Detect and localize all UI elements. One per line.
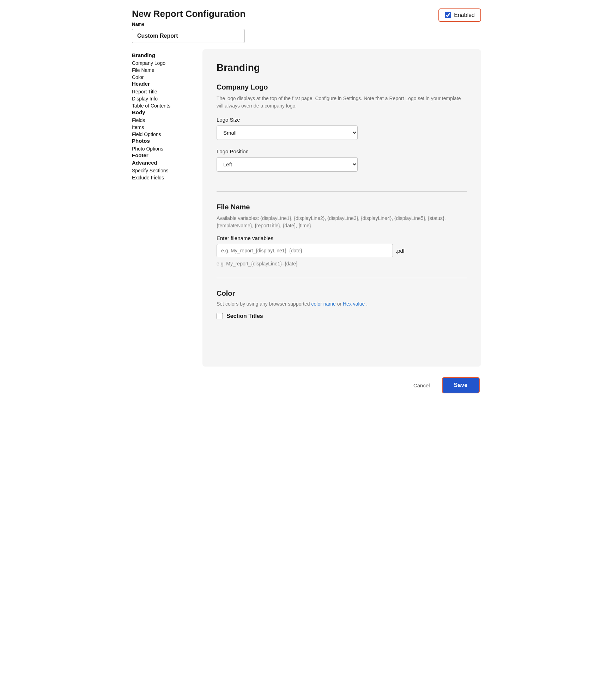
enabled-label: Enabled [454,12,475,18]
company-logo-heading: Company Logo [217,83,467,91]
sidebar-link-specify-sections[interactable]: Specify Sections [132,167,202,174]
sidebar-section-title-photos: Photos [132,138,202,144]
enabled-toggle[interactable]: Enabled [438,8,481,22]
enabled-checkbox[interactable] [445,12,451,18]
page-title: New Report Configuration [132,8,438,19]
sidebar-link-items[interactable]: Items [132,124,202,131]
logo-size-select[interactable]: Small Medium Large [217,125,358,140]
sidebar-link-table-of-contents[interactable]: Table of Contents [132,102,202,109]
sidebar-link-field-options[interactable]: Field Options [132,131,202,138]
sidebar-link-photo-options[interactable]: Photo Options [132,145,202,152]
filename-input[interactable] [217,244,393,257]
section-titles-checkbox[interactable] [217,313,223,319]
sidebar-section-header: Header Report Title Display Info Table o… [132,81,202,109]
file-name-heading: File Name [217,203,467,211]
sidebar-link-company-logo[interactable]: Company Logo [132,60,202,67]
sidebar: Branding Company Logo File Name Color He… [132,49,202,367]
branding-section-heading: Branding [217,62,467,73]
report-name-input[interactable] [132,29,245,43]
save-button[interactable]: Save [442,377,480,393]
divider-2 [217,278,467,278]
divider-1 [217,191,467,192]
sidebar-section-photos: Photos Photo Options [132,138,202,152]
cancel-button[interactable]: Cancel [408,379,435,392]
sidebar-section-title-footer: Footer [132,152,202,158]
logo-size-label: Logo Size [217,117,467,123]
sidebar-link-exclude-fields[interactable]: Exclude Fields [132,174,202,181]
color-or-text: or [337,301,343,307]
sidebar-section-body: Body Fields Items Field Options [132,109,202,138]
filename-example: e.g. My_report_{displayLine1}–{date} [217,261,467,266]
sidebar-section-title-header: Header [132,81,202,87]
sidebar-link-report-title[interactable]: Report Title [132,88,202,95]
section-titles-row: Section Titles [217,313,467,319]
pdf-suffix: .pdf [396,248,405,254]
sidebar-link-color[interactable]: Color [132,74,202,81]
color-desc: Set colors by using any browser supporte… [217,301,467,307]
filename-enter-label: Enter filename variables [217,235,467,241]
file-name-vars: Available variables: {displayLine1}, {di… [217,215,467,229]
logo-position-select[interactable]: Left Center Right [217,157,358,172]
sidebar-link-display-info[interactable]: Display Info [132,95,202,102]
sidebar-link-file-name[interactable]: File Name [132,67,202,74]
sidebar-section-title-body: Body [132,109,202,115]
color-desc-suffix: . [366,301,368,307]
sidebar-section-branding: Branding Company Logo File Name Color [132,52,202,81]
content-area: Branding Company Logo The logo displays … [202,49,481,367]
sidebar-section-title-advanced: Advanced [132,160,202,166]
color-desc-prefix: Set colors by using any browser supporte… [217,301,311,307]
company-logo-desc: The logo displays at the top of the firs… [217,95,467,110]
hex-value-link[interactable]: Hex value [343,301,365,307]
logo-position-label: Logo Position [217,148,467,154]
sidebar-link-fields[interactable]: Fields [132,117,202,124]
color-name-link[interactable]: color name [311,301,335,307]
sidebar-section-advanced: Advanced Specify Sections Exclude Fields [132,160,202,181]
sidebar-section-title-branding: Branding [132,52,202,58]
color-heading: Color [217,289,467,297]
sidebar-section-footer: Footer [132,152,202,158]
section-titles-label: Section Titles [226,313,263,319]
footer-bar: Cancel Save [132,377,481,393]
name-label: Name [132,22,438,27]
